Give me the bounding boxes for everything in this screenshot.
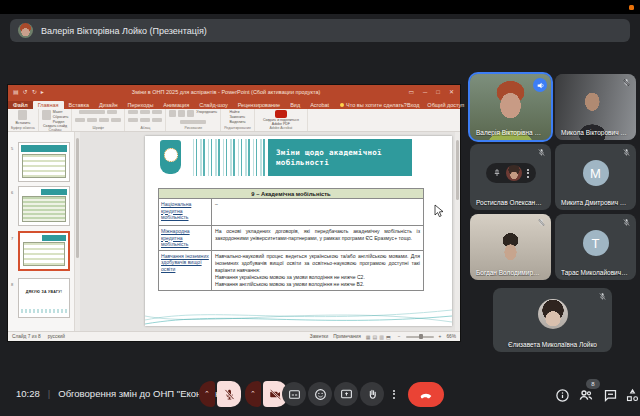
paste-icon[interactable]	[18, 110, 27, 120]
undo-icon[interactable]: ↺	[23, 85, 28, 99]
slide-thumbnail-5[interactable]	[18, 142, 70, 182]
slide-thumbnail-8[interactable]: ДЯКУЮ ЗА УВАГУ!	[18, 278, 70, 318]
activities-icon	[625, 388, 640, 403]
participant-name: Богдан Володимир…	[476, 269, 547, 276]
tab-acrobat[interactable]: Acrobat	[305, 101, 334, 109]
share-button[interactable]: Общий доступ	[427, 102, 464, 108]
redo-icon[interactable]: ↻	[32, 85, 37, 99]
participant-tile[interactable]: Микола Вікторович …	[555, 74, 636, 140]
pin-icon[interactable]	[493, 169, 501, 177]
ribbon-group-adobe[interactable]: Создать и поделиться Adobe PDF Adobe Acr…	[255, 109, 308, 131]
thumb-number: 5	[11, 146, 13, 151]
tab-animations[interactable]: Анимация	[158, 101, 194, 109]
mic-muted-button[interactable]	[217, 381, 241, 407]
slide-title: Зміни щодо академічної мобільності	[268, 139, 412, 176]
participant-name: Микита Дмитрович …	[561, 199, 632, 206]
tab-home[interactable]: Главная	[33, 101, 64, 109]
ppt-window-buttons[interactable]: ▭─□✕	[408, 85, 454, 99]
participants-count-badge: 8	[586, 379, 600, 389]
minimize-icon[interactable]: ─	[423, 85, 427, 99]
slide-thumbnail-6[interactable]	[18, 186, 70, 226]
save-icon[interactable]: ▤	[13, 85, 19, 99]
tab-insert[interactable]: Вставка	[64, 101, 94, 109]
slide-scrollbar[interactable]	[455, 132, 460, 331]
more-options-button[interactable]	[386, 382, 402, 406]
tile-hover-controls[interactable]	[486, 163, 536, 183]
shared-screen-powerpoint: ▤↺↻▸ Зміни в ОНП 2025 для аспірантів - P…	[8, 85, 460, 341]
reactions-button[interactable]	[308, 382, 332, 406]
tab-view[interactable]: Вид	[285, 101, 305, 109]
sign-in-button[interactable]: Вход	[407, 102, 419, 108]
comments-toggle[interactable]: Примечания	[333, 334, 361, 339]
participant-tile[interactable]: Т Тарас Миколайович…	[555, 214, 636, 280]
slide-editing-area: Зміни щодо академічної мобільності 9 – А…	[80, 132, 455, 331]
zoom-out-icon[interactable]: −	[398, 334, 401, 339]
camera-off-icon	[269, 388, 282, 401]
ribbon-options-icon[interactable]: ▭	[408, 85, 414, 99]
meeting-details-button[interactable]	[553, 386, 571, 404]
view-switcher-icons[interactable]: ▦▤▥⬒	[366, 334, 393, 340]
zoom-level[interactable]: 66%	[446, 334, 456, 339]
leave-call-button[interactable]	[408, 382, 444, 407]
table-header: 9 – Академічна мобільність	[159, 189, 424, 199]
adobe-pdf-icon[interactable]	[275, 110, 287, 118]
table-row: Міжнародна кредитна мобільність На основ…	[159, 226, 424, 251]
ribbon-group-clipboard[interactable]: Вставить Буфер обмена	[8, 109, 39, 131]
more-options-icon[interactable]	[527, 169, 529, 178]
captions-button[interactable]	[282, 382, 306, 406]
top-strip	[0, 0, 640, 14]
tab-file[interactable]: Файл	[8, 101, 33, 109]
divider: |	[48, 388, 50, 399]
ribbon-group-editing[interactable]: НайтиЗаменитьВыделить Редактирование	[221, 109, 255, 131]
activities-button[interactable]	[623, 386, 640, 404]
people-icon	[578, 387, 594, 403]
language-indicator[interactable]: русский	[48, 334, 65, 339]
meet-bottom-bar: 10:28 | Обговорення змін до ОНП "Економі…	[0, 375, 640, 416]
tab-transitions[interactable]: Переходы	[123, 101, 159, 109]
current-slide: Зміни щодо академічної мобільності 9 – А…	[145, 136, 452, 326]
participant-tile[interactable]: Ростислав Олексан…	[470, 144, 551, 210]
slide-thumbnail-7-selected[interactable]	[18, 231, 70, 271]
clock: 10:28	[16, 388, 40, 399]
participant-tile[interactable]: Єлизавета Миколаївна Лойко	[493, 288, 612, 352]
tab-design[interactable]: Дизайн	[94, 101, 123, 109]
chat-button[interactable]	[601, 386, 619, 404]
participant-tile[interactable]: Богдан Володимир…	[470, 214, 551, 280]
ppt-title-bar: ▤↺↻▸ Зміни в ОНП 2025 для аспірантів - P…	[8, 85, 460, 99]
recording-indicator-dot	[629, 5, 634, 10]
ribbon-group-slides[interactable]: МакетСброситьРаздел Создать слайд Слайды	[39, 109, 73, 131]
close-icon[interactable]: ✕	[449, 85, 454, 99]
speaker-icon	[536, 81, 545, 90]
ribbon-group-drawing[interactable]: Упорядочить Рисование	[166, 109, 221, 131]
table-row: Національна кредитна мобільність –	[159, 199, 424, 226]
raise-hand-button[interactable]	[360, 382, 384, 406]
participant-name: Микола Вікторович …	[561, 129, 632, 136]
new-slide-icon[interactable]	[42, 110, 51, 120]
present-button[interactable]	[334, 382, 358, 406]
ribbon-group-paragraph[interactable]: Абзац	[125, 109, 166, 131]
participant-tile[interactable]: М Микита Дмитрович …	[555, 144, 636, 210]
zoom-slider[interactable]	[406, 336, 434, 338]
tab-slideshow[interactable]: Слайд-шоу	[194, 101, 233, 109]
lightbulb-icon	[340, 103, 344, 107]
maximize-icon[interactable]: □	[436, 85, 440, 99]
mic-muted-icon	[537, 148, 546, 157]
mic-muted-icon	[537, 218, 546, 227]
quick-access-toolbar[interactable]: ▤↺↻▸	[13, 85, 44, 99]
notes-toggle[interactable]: Заметки	[310, 334, 328, 339]
camera-options-chevron[interactable]: ⌃	[245, 381, 261, 407]
tell-me-box[interactable]: Что вы хотите сделать?	[340, 102, 407, 109]
tab-review[interactable]: Рецензирование	[233, 101, 285, 109]
university-logo	[160, 140, 181, 174]
participant-name: Тарас Миколайович…	[561, 269, 632, 276]
speaking-indicator	[533, 78, 547, 92]
mic-off-icon	[223, 388, 236, 401]
participant-tile[interactable]: Валерія Вікторівна …	[470, 74, 551, 140]
present-screen-icon	[340, 388, 353, 401]
mic-control-group: ⌃	[199, 381, 241, 407]
ribbon-group-font[interactable]: Шрифт	[72, 109, 125, 131]
mic-options-chevron[interactable]: ⌃	[199, 381, 215, 407]
presenter-avatar	[18, 23, 33, 38]
people-button[interactable]: 8	[577, 386, 595, 404]
zoom-in-icon[interactable]: +	[439, 334, 442, 339]
